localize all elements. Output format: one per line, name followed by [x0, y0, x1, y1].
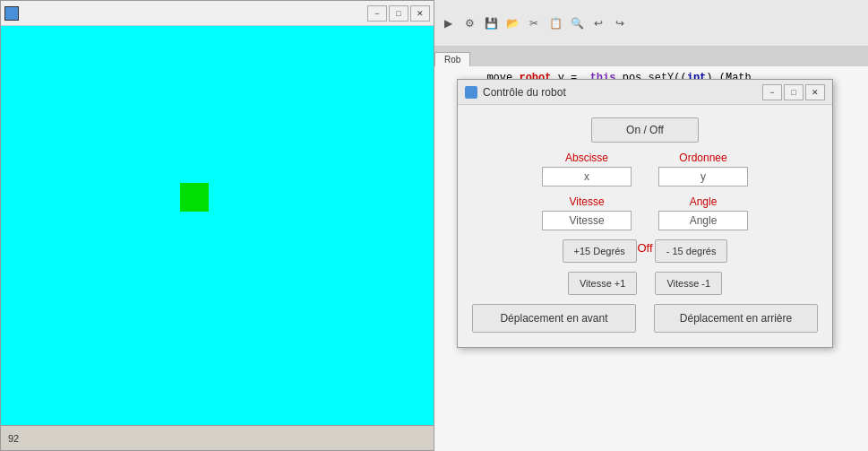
canvas-close-button[interactable]: ✕: [410, 5, 430, 22]
degrees-row: +15 Degrés Off - 15 degrés: [472, 239, 818, 263]
angle-input[interactable]: [658, 211, 748, 230]
canvas-maximize-button[interactable]: □: [389, 5, 408, 22]
abscisse-field-group: Abscisse: [542, 152, 632, 186]
vitesse-input[interactable]: [542, 211, 632, 230]
vitesse-label: Vitesse: [569, 195, 604, 208]
ordonnee-input[interactable]: [658, 167, 748, 186]
plus-degrees-button[interactable]: +15 Degrés: [563, 239, 637, 263]
vitesse-field-group: Vitesse: [542, 195, 632, 230]
off-status-label: Off: [637, 241, 652, 255]
dialog-close-button[interactable]: ✕: [805, 84, 825, 100]
deploy-avant-button[interactable]: Déplacement en avant: [472, 304, 636, 333]
toolbar-btn-1[interactable]: ▶: [438, 13, 458, 33]
toolbar-btn-6[interactable]: 📋: [546, 13, 565, 33]
robot-control-dialog: Contrôle du robot − □ ✕ On / Off Absciss…: [457, 79, 833, 348]
status-number: 92: [8, 433, 19, 444]
on-off-button[interactable]: On / Off: [591, 117, 699, 143]
ordonnee-field-group: Ordonnee: [658, 152, 748, 186]
dialog-window-controls: − □ ✕: [762, 84, 825, 100]
dialog-maximize-button[interactable]: □: [784, 84, 804, 100]
toolbar-btn-9[interactable]: ↪: [610, 13, 630, 33]
angle-field-group: Angle: [658, 195, 748, 230]
vitesse-plus-button[interactable]: Vitesse +1: [568, 272, 637, 295]
canvas-minimize-button[interactable]: −: [367, 5, 387, 22]
vitesse-minus-button[interactable]: Vitesse -1: [655, 272, 722, 295]
toolbar-btn-4[interactable]: 📂: [503, 13, 522, 33]
robot-square: [180, 183, 209, 212]
toolbar-btn-2[interactable]: ⚙: [460, 13, 479, 33]
minus-degrees-button[interactable]: - 15 degrés: [655, 239, 728, 263]
canvas-window: − □ ✕ 92: [0, 0, 434, 451]
abscisse-label: Abscisse: [565, 152, 608, 164]
dialog-body: On / Off Abscisse Ordonnee Vitesse Angle: [458, 105, 832, 347]
ide-tabs: Rob: [434, 47, 868, 66]
dialog-title-text: Contrôle du robot: [483, 86, 566, 99]
canvas-window-controls: − □ ✕: [367, 5, 430, 22]
canvas-app-icon: [4, 6, 19, 21]
dialog-minimize-button[interactable]: −: [762, 84, 782, 100]
ordonnee-label: Ordonnee: [679, 152, 726, 164]
dialog-titlebar: Contrôle du robot − □ ✕: [458, 80, 832, 105]
deploy-arriere-button[interactable]: Déplacement en arrière: [654, 304, 818, 333]
toolbar-btn-7[interactable]: 🔍: [567, 13, 587, 33]
vitesse-angle-row: Vitesse Angle: [472, 195, 818, 230]
canvas-title-left: [4, 6, 19, 21]
abscisse-input[interactable]: [542, 167, 632, 186]
toolbar-btn-8[interactable]: ↩: [589, 13, 608, 33]
toolbar-btn-3[interactable]: 💾: [481, 13, 501, 33]
ide-tab-robot[interactable]: Rob: [434, 52, 470, 66]
canvas-titlebar: − □ ✕: [1, 1, 434, 26]
abscisse-ordonnee-row: Abscisse Ordonnee: [472, 152, 818, 186]
dialog-title-left: Contrôle du robot: [465, 86, 566, 99]
deploy-buttons-row: Déplacement en avant Déplacement en arri…: [472, 304, 818, 333]
toolbar-btn-5[interactable]: ✂: [524, 13, 544, 33]
canvas-statusbar: 92: [1, 425, 434, 450]
ide-toolbar: ▶ ⚙ 💾 📂 ✂ 📋 🔍 ↩ ↪: [434, 0, 868, 47]
angle-label: Angle: [690, 195, 718, 208]
vitesse-btns-row: Vitesse +1 Vitesse -1: [472, 272, 818, 295]
canvas-drawing-area: [1, 26, 434, 425]
dialog-app-icon: [465, 86, 477, 99]
